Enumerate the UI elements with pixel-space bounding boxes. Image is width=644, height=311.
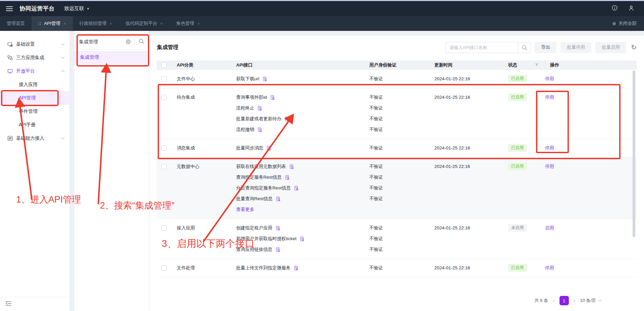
api-name: 批量新建或者更新待办 (236, 116, 281, 122)
row-checkbox[interactable] (161, 145, 167, 151)
api-doc-icon[interactable] (289, 164, 294, 169)
sidebar-item-基础设置[interactable]: 基础设置 (0, 38, 69, 51)
auth-value: 不验证 (369, 223, 434, 233)
row-checkbox[interactable] (161, 225, 167, 231)
see-more-link[interactable]: 查看更多 (236, 204, 369, 215)
page-size-select[interactable]: 10 条/页 (580, 298, 601, 304)
filter-icon[interactable] (535, 63, 539, 68)
action-link[interactable]: 启用 (545, 225, 554, 230)
api-doc-icon[interactable] (294, 186, 299, 191)
updated-at: 2024-01-25 22:16 (434, 92, 508, 103)
column-header: 更新时间 (434, 60, 508, 71)
batch-disable-button[interactable]: 批量停用 (560, 42, 591, 53)
tab-label: 低代码定制平台 (125, 20, 157, 27)
api-doc-icon[interactable] (270, 95, 275, 100)
api-doc-icon[interactable] (262, 77, 267, 82)
sidebar-item-API手册[interactable]: API手册 (0, 118, 69, 132)
api-doc-icon[interactable] (275, 247, 280, 252)
clear-search-icon[interactable]: × (126, 39, 131, 44)
api-doc-icon[interactable] (284, 117, 289, 122)
vertical-scrollbar[interactable] (633, 71, 635, 237)
user-icon[interactable] (628, 5, 635, 13)
action-link[interactable]: 停用 (545, 95, 554, 100)
prev-page-icon[interactable]: ‹ (553, 297, 555, 304)
column-header: 状态 (508, 62, 545, 68)
action-link[interactable]: 停用 (545, 164, 554, 169)
tab-角色管理[interactable]: 角色管理× (169, 16, 207, 31)
action-link[interactable]: 停用 (545, 76, 554, 81)
auth-value: 不验证 (369, 172, 434, 183)
sidebar-item-label: 基础能力接入 (16, 135, 44, 141)
refresh-icon[interactable]: ↻ (631, 44, 637, 51)
top-header-bar: 协同运营平台 致远互联 ▼ (0, 0, 644, 16)
select-all-checkbox[interactable] (161, 62, 167, 68)
row-category: 接入应用 (172, 223, 236, 233)
collapse-sidebar-icon[interactable] (5, 301, 11, 307)
sidebar-item-API管理[interactable]: API管理 (0, 91, 69, 105)
row-checkbox[interactable] (161, 164, 167, 169)
table-row: 文件处理批量上传文件到指定微服务不验证2024-01-25 22:16已启用停用 (157, 259, 637, 277)
api-search-input[interactable] (445, 42, 518, 53)
row-category: 元数据中心 (172, 161, 236, 172)
sidebar-item-基础能力接入[interactable]: 基础能力接入 (0, 132, 69, 145)
org-switcher[interactable]: 致远互联 ▼ (64, 5, 90, 12)
close-tab-icon[interactable]: × (197, 21, 200, 26)
table-row: 文件中心获取下载url不验证2024-01-25 22:16已启用停用 (157, 70, 637, 88)
auth-value: 不验证 (369, 161, 434, 172)
action-link[interactable]: 停用 (545, 145, 554, 150)
tab-行政组织管理[interactable]: 行政组织管理× (73, 16, 119, 31)
api-doc-icon[interactable] (275, 226, 280, 231)
open-platform-icon (7, 69, 13, 74)
search-button[interactable] (518, 42, 531, 53)
caret-down-icon: ▼ (87, 7, 90, 10)
api-doc-icon[interactable] (276, 196, 281, 202)
api-doc-icon[interactable] (293, 266, 299, 271)
close-tab-icon[interactable]: × (110, 21, 112, 26)
api-name: 查询应用链接信息 (236, 247, 272, 253)
api-doc-icon[interactable] (257, 127, 262, 132)
sidebar-item-开放平台[interactable]: 开放平台 (0, 64, 69, 78)
action-link[interactable]: 停用 (545, 265, 554, 270)
tab-管理首页[interactable]: 管理首页 (0, 16, 32, 31)
close-all-icon: ⊗ (612, 21, 616, 26)
sidebar-item-三方应用集成[interactable]: 三方应用集成 (0, 51, 69, 64)
search-icon[interactable] (139, 38, 144, 45)
close-all-tabs-button[interactable]: ⊗ 关闭全部 (612, 16, 644, 31)
page-title: 集成管理 (157, 44, 178, 51)
sidebar-item-事件管理[interactable]: 事件管理 (0, 105, 69, 118)
grid-icon: ∷ (38, 21, 41, 26)
row-checkbox[interactable] (161, 76, 167, 82)
api-name: 获取在线应用元数据列表 (236, 164, 286, 170)
row-checkbox[interactable] (161, 265, 167, 271)
api-doc-icon[interactable] (266, 146, 271, 151)
updated-at: 2024-01-25 22:16 (434, 263, 508, 273)
close-tab-icon[interactable]: × (63, 21, 66, 26)
sidebar-item-接入应用[interactable]: 接入应用 (0, 78, 69, 91)
integration-search-panel: × 集成管理 (74, 31, 149, 311)
api-name: 分页查询指定服务Rest信息 (236, 185, 291, 191)
api-name: 获取下载url (236, 76, 259, 82)
hamburger-menu-icon[interactable] (6, 6, 13, 11)
page-number-button[interactable]: 1 (559, 296, 569, 305)
tab-label: 角色管理 (176, 20, 194, 27)
tab-API管理[interactable]: ∷API管理× (32, 16, 73, 31)
export-button[interactable]: 导出 (535, 42, 556, 53)
status-badge: 已启用 (508, 75, 527, 83)
status-badge: 已启用 (508, 93, 527, 101)
batch-enable-button[interactable]: 批量启用 (595, 42, 626, 53)
info-icon[interactable] (611, 5, 618, 12)
row-category: 待办集成 (172, 92, 236, 103)
api-name: 流程撤销 (236, 127, 254, 133)
api-doc-icon[interactable] (257, 106, 262, 111)
api-doc-icon[interactable] (285, 175, 290, 180)
api-doc-icon[interactable] (300, 236, 305, 241)
divider (135, 39, 135, 45)
row-checkbox[interactable] (161, 95, 167, 100)
toolbar: 导出 批量停用 批量启用 ↻ (445, 42, 637, 53)
search-result-item[interactable]: 集成管理 (74, 51, 149, 64)
close-tab-icon[interactable]: × (160, 21, 163, 26)
app-title: 协同运营平台 (19, 5, 55, 12)
next-page-icon[interactable]: › (574, 297, 576, 304)
tab-低代码定制平台[interactable]: 低代码定制平台× (119, 16, 169, 31)
panel-search-input[interactable] (79, 39, 126, 45)
